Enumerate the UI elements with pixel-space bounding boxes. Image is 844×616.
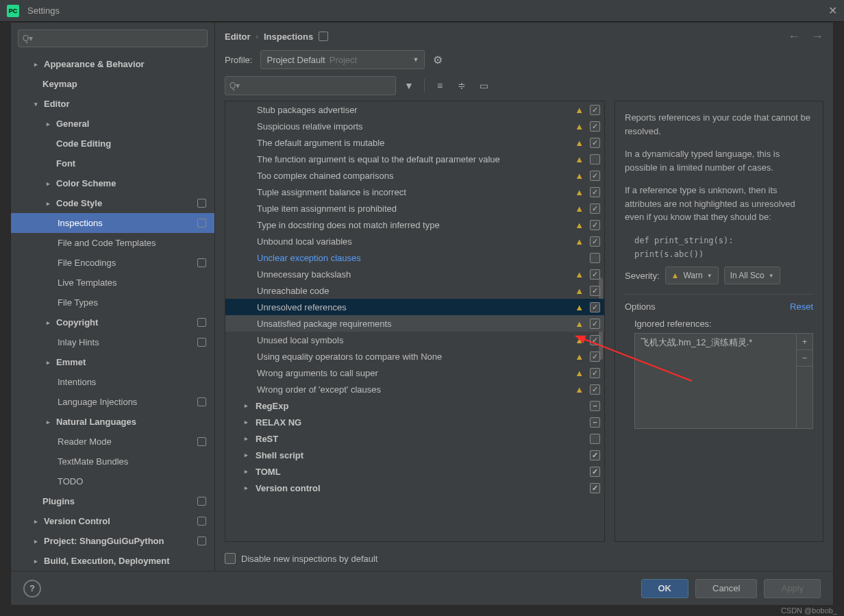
disable-new-inspections-checkbox[interactable] — [225, 553, 236, 564]
inspection-row[interactable]: Wrong order of 'except' clauses▲ — [225, 381, 604, 397]
inspection-group[interactable]: ▸TOML — [225, 463, 604, 480]
group-checkbox[interactable] — [590, 483, 600, 493]
collapse-all-icon[interactable]: ≑ — [453, 77, 471, 95]
reset-link[interactable]: Reset — [790, 301, 813, 312]
sidebar-item[interactable]: File Types — [11, 293, 214, 312]
sidebar-item[interactable]: ▸Code Style — [11, 193, 214, 213]
sidebar-item[interactable]: ▸Version Control — [11, 511, 214, 531]
settings-tree[interactable]: ▸Appearance & BehaviorKeymap▾Editor▸Gene… — [11, 51, 214, 571]
sidebar-item[interactable]: Plugins — [11, 491, 214, 511]
add-button[interactable]: + — [797, 334, 812, 350]
group-checkbox[interactable] — [590, 450, 600, 460]
sidebar-search-input[interactable]: Q­▾ — [18, 29, 208, 47]
profile-select[interactable]: Project Default Project ▼ — [260, 50, 425, 69]
inspection-checkbox[interactable] — [590, 154, 600, 164]
ok-button[interactable]: OK — [641, 579, 689, 598]
sidebar-item[interactable]: Language Injections — [11, 392, 214, 412]
sidebar-item[interactable]: ▾Editor — [11, 94, 214, 114]
scope-combo[interactable]: In All Sco▼ — [724, 267, 780, 284]
inspection-row[interactable]: Unclear exception clauses — [225, 249, 604, 266]
sidebar-item[interactable]: Inlay Hints — [11, 332, 214, 352]
inspection-row[interactable]: Suspicious relative imports▲ — [225, 118, 604, 134]
inspection-checkbox[interactable] — [590, 121, 600, 132]
sidebar-item[interactable]: Intentions — [11, 372, 214, 392]
inspection-checkbox[interactable] — [590, 236, 600, 247]
inspection-checkbox[interactable] — [590, 269, 600, 280]
sidebar-item[interactable]: File Encodings — [11, 253, 214, 273]
close-icon[interactable]: ✕ — [828, 4, 837, 17]
expand-all-icon[interactable]: ≡ — [431, 77, 449, 95]
group-checkbox[interactable] — [590, 434, 600, 444]
inspection-checkbox[interactable] — [590, 171, 600, 181]
inspection-checkbox[interactable] — [590, 187, 600, 197]
inspection-group[interactable]: ▸RELAX NG — [225, 414, 604, 430]
inspection-row[interactable]: Unused local symbols▲ — [225, 332, 604, 348]
sidebar-item[interactable]: ▸Copyright — [11, 312, 214, 332]
group-checkbox[interactable] — [590, 417, 600, 428]
inspection-row[interactable]: Unnecessary backslash▲ — [225, 266, 604, 282]
sidebar-item[interactable]: Keymap — [11, 74, 214, 94]
inspection-checkbox[interactable] — [590, 384, 600, 395]
sidebar-item[interactable]: ▸Natural Languages — [11, 412, 214, 432]
inspection-list[interactable]: Stub packages advertiser▲Suspicious rela… — [225, 101, 605, 542]
inspection-row[interactable]: Unreachable code▲ — [225, 282, 604, 299]
nav-forward-icon[interactable]: → — [811, 29, 823, 44]
inspection-row[interactable]: Unbound local variables▲ — [225, 233, 604, 249]
sidebar-item[interactable]: Font — [11, 153, 214, 173]
apply-button[interactable]: Apply — [764, 579, 821, 598]
inspection-checkbox[interactable] — [590, 253, 600, 263]
cancel-button[interactable]: Cancel — [695, 579, 757, 598]
inspection-checkbox[interactable] — [590, 220, 600, 230]
inspection-row[interactable]: The default argument is mutable▲ — [225, 134, 604, 151]
sidebar-item[interactable]: ▸General — [11, 114, 214, 134]
inspection-group[interactable]: ▸ReST — [225, 430, 604, 447]
show-only-icon[interactable]: ▭ — [475, 77, 493, 95]
inspection-checkbox[interactable] — [590, 286, 600, 296]
severity-combo[interactable]: ▲ Warn▼ — [665, 267, 719, 284]
inspection-group[interactable]: ▸RegExp — [225, 397, 604, 414]
ignored-entry[interactable]: 飞机大战.hm_12_演练精灵.* — [641, 336, 791, 349]
inspection-search-input[interactable]: Q­▾ — [225, 76, 396, 95]
nav-back-icon[interactable]: ← — [788, 29, 800, 44]
inspection-row[interactable]: Stub packages advertiser▲ — [225, 101, 604, 118]
filter-icon[interactable]: ▼ — [400, 77, 418, 95]
inspection-row[interactable]: Tuple item assignment is prohibited▲ — [225, 200, 604, 217]
sidebar-item[interactable]: Code Editing — [11, 134, 214, 153]
sidebar-item[interactable]: TextMate Bundles — [11, 452, 214, 471]
inspection-row[interactable]: Unresolved references▲ — [225, 299, 604, 315]
inspection-row[interactable]: Unsatisfied package requirements▲ — [225, 315, 604, 332]
inspection-checkbox[interactable] — [590, 352, 600, 362]
sidebar-item[interactable]: File and Code Templates — [11, 233, 214, 253]
breadcrumb-editor[interactable]: Editor — [225, 32, 251, 42]
inspection-checkbox[interactable] — [590, 302, 600, 312]
inspection-row[interactable]: Tuple assignment balance is incorrect▲ — [225, 184, 604, 200]
sidebar-item[interactable]: ▸Build, Execution, Deployment — [11, 551, 214, 571]
sidebar-item[interactable]: Reader Mode — [11, 432, 214, 452]
inspection-group[interactable]: ▸Shell script — [225, 447, 604, 463]
sidebar-item[interactable]: ▸Emmet — [11, 352, 214, 372]
sidebar-item[interactable]: Inspections — [11, 213, 214, 233]
group-checkbox[interactable] — [590, 401, 600, 411]
sidebar-item[interactable]: Live Templates — [11, 273, 214, 293]
help-button[interactable]: ? — [23, 580, 41, 597]
inspection-row[interactable]: Type in docstring does not match inferre… — [225, 217, 604, 233]
sidebar-item[interactable]: ▸Appearance & Behavior — [11, 54, 214, 74]
inspection-row[interactable]: Wrong arguments to call super▲ — [225, 365, 604, 381]
gear-icon[interactable]: ⚙ — [433, 53, 443, 66]
sidebar-item[interactable]: TODO — [11, 471, 214, 491]
inspection-checkbox[interactable] — [590, 335, 600, 345]
sidebar-item[interactable]: ▸Color Scheme — [11, 173, 214, 193]
remove-button[interactable]: − — [797, 350, 812, 367]
inspection-checkbox[interactable] — [590, 319, 600, 329]
inspection-checkbox[interactable] — [590, 204, 600, 214]
inspection-row[interactable]: Too complex chained comparisons▲ — [225, 167, 604, 184]
sidebar-item[interactable]: ▸Project: ShangGuiGuPython — [11, 531, 214, 551]
inspection-row[interactable]: The function argument is equal to the de… — [225, 151, 604, 167]
ignored-list[interactable]: 飞机大战.hm_12_演练精灵.* — [635, 334, 796, 428]
inspection-checkbox[interactable] — [590, 105, 600, 115]
inspection-checkbox[interactable] — [590, 368, 600, 378]
inspection-checkbox[interactable] — [590, 138, 600, 148]
group-checkbox[interactable] — [590, 467, 600, 477]
inspection-group[interactable]: ▸Version control — [225, 480, 604, 496]
inspection-row[interactable]: Using equality operators to compare with… — [225, 348, 604, 365]
